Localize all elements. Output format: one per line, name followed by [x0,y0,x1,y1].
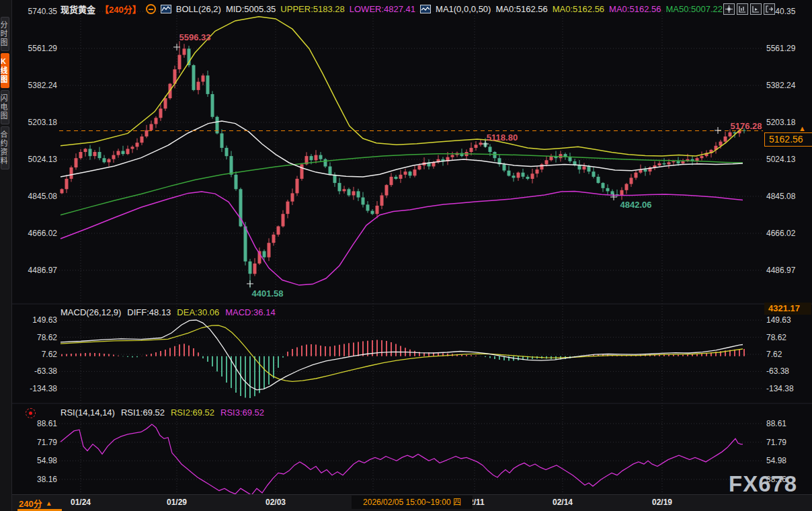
candle [140,136,144,143]
candle [583,167,586,170]
candle [540,164,544,169]
candle [206,75,210,94]
boll-indicator-icon[interactable] [161,5,171,13]
macd-histogram-negative [123,356,579,398]
candle [159,109,163,118]
chart-toolbar [723,3,775,15]
exit-fullscreen-icon[interactable] [764,3,775,15]
boll-lower-line [60,191,743,285]
candle [268,243,271,258]
candle [531,173,534,179]
zoom-chart-icon[interactable] [737,3,748,15]
ma0-magenta-value: MA0:5162.56 [609,4,661,14]
candle [263,251,266,258]
candle [249,262,252,274]
candle [352,191,356,195]
candle [366,204,370,210]
candle [479,143,483,145]
candle [663,163,666,165]
macd-histogram-positive [62,340,744,356]
ma0-white-value: MA0:5162.56 [495,4,547,14]
candle [277,227,280,235]
chart-header: 现货黄金 【240分】 BOLL(26,2) MID:5005.35 UPPER… [60,3,723,15]
candle [333,175,337,183]
candle [536,169,539,173]
rsi-header: RSI(14,14,14) RSI1:69.52 RSI2:69.52 RSI3… [60,407,264,418]
candle [409,171,412,175]
candle [164,98,167,108]
rsi2-value: RSI2:69.52 [171,407,214,418]
candle [597,177,600,183]
candle [672,161,676,163]
candle [357,191,360,197]
candle [526,177,530,179]
candle [578,165,581,169]
candle [508,171,511,176]
candle [286,202,290,214]
candle [291,193,294,201]
candle-time-tooltip: 2026/02/05 15:00~19:00 四 [352,496,473,509]
kline-chart-canvas[interactable] [0,0,812,511]
minus-circle-icon[interactable] [146,4,156,14]
candle [93,152,97,156]
candle [60,189,64,193]
last-price-tag: 5162.56 [764,132,812,147]
candle [282,214,285,226]
rsi3-value: RSI3:69.52 [220,407,264,418]
candle [235,175,238,190]
candle [677,161,680,163]
ma-name-label: MA1(0,0,0,50) [436,4,491,14]
candle [489,147,492,152]
candle [310,156,313,160]
candle [413,169,417,175]
candle [376,206,379,214]
macd-macd-value: MACD:36.14 [225,307,275,317]
indicator-panel-icon[interactable] [750,3,762,15]
chart-type-sidebar: 分时图 K线图 闪电图 合约资料 [0,0,12,511]
ma0-yellow-value: MA0:5162.56 [553,4,604,14]
candle [404,171,407,175]
candle [178,55,181,70]
macd-dea-value: DEA:30.06 [177,307,219,317]
fx678-watermark: FX678 [729,471,797,497]
candle [89,149,92,156]
sidebar-item-time-chart[interactable]: 分时图 [1,17,9,51]
candle [475,145,478,148]
candle [606,188,610,192]
sidebar-item-contract-info[interactable]: 合约资料 [1,126,9,169]
ma50-value: MA50:5007.22 [665,4,723,14]
macd-header: MACD(26,12,9) DIFF:48.13 DEA:30.06 MACD:… [60,307,276,317]
sidebar-item-lightning-chart[interactable]: 闪电图 [1,90,9,124]
candle [126,149,130,154]
candle [183,48,186,54]
crosshair-icon[interactable] [723,3,735,15]
ma-indicator-icon[interactable] [420,5,431,13]
candle [225,148,229,156]
candle [451,155,454,157]
candle [395,177,398,179]
candle [131,147,134,149]
candle [700,156,704,158]
candle [362,198,365,205]
candle [348,189,351,195]
candle [371,211,374,214]
candle [522,173,525,177]
candle [587,167,591,172]
candle [630,178,633,184]
candle [244,227,247,262]
ma50-line [60,154,743,215]
candle [112,155,116,159]
period-selector[interactable]: 240分 ▲ [19,497,52,510]
candle [192,65,196,90]
rsi1-value: RSI1:69.52 [121,407,165,418]
candle [517,173,520,178]
candle [625,184,628,190]
rsi-line [60,424,743,495]
candle [729,132,732,136]
period-selector-label: 240分 [19,497,42,510]
macd-dea-line [60,325,743,381]
arrow-up-icon: ▲ [799,124,806,132]
sidebar-item-kline-chart[interactable]: K线图 [1,53,9,88]
candle [117,151,120,155]
candle [667,162,671,164]
